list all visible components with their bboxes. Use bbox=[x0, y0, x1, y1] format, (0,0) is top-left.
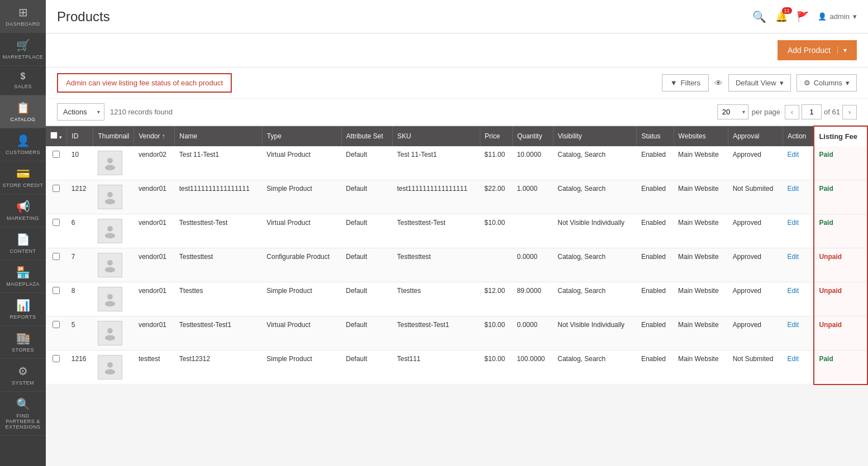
cell-sku: Test111 bbox=[393, 350, 480, 385]
listing-fee-unpaid: Unpaid bbox=[819, 287, 842, 295]
edit-link[interactable]: Edit bbox=[787, 321, 799, 329]
cell-action[interactable]: Edit bbox=[783, 282, 814, 316]
cell-name: Test12312 bbox=[175, 350, 263, 385]
per-page-wrapper: 20 50 100 ▾ per page bbox=[717, 104, 780, 119]
row-checkbox[interactable] bbox=[53, 355, 60, 362]
edit-link[interactable]: Edit bbox=[787, 151, 799, 158]
cell-thumbnail bbox=[93, 146, 134, 180]
listing-fee-paid: Paid bbox=[819, 219, 833, 227]
th-price: Price bbox=[480, 126, 512, 146]
per-page-label: per page bbox=[752, 108, 780, 116]
sidebar-item-marketplace[interactable]: 🛒 MARKETPLACE bbox=[0, 33, 46, 66]
cell-visibility: Catalog, Search bbox=[553, 350, 637, 385]
table-row: 10 vendor02 Test 11-Test1 Virtual Produc… bbox=[46, 146, 867, 180]
svg-point-10 bbox=[107, 328, 113, 334]
annotation-box: Admin can view listing fee status of eac… bbox=[57, 73, 232, 93]
cell-action[interactable]: Edit bbox=[783, 316, 814, 350]
cell-action[interactable]: Edit bbox=[783, 146, 814, 180]
row-checkbox[interactable] bbox=[53, 185, 60, 192]
cell-thumbnail bbox=[93, 316, 134, 350]
annotation-row: Admin can view listing fee status of eac… bbox=[46, 68, 868, 99]
sidebar-item-dashboard[interactable]: ⊞ DASHBOARD bbox=[0, 0, 46, 33]
sidebar-item-sales[interactable]: $ SALES bbox=[0, 66, 46, 95]
next-page-button[interactable]: › bbox=[842, 105, 857, 119]
per-page-select[interactable]: 20 50 100 bbox=[717, 104, 748, 119]
th-status: Status bbox=[637, 126, 674, 146]
grid-toolbar: Actions ▾ 1210 records found 20 50 100 ▾ bbox=[46, 99, 868, 126]
sidebar-item-mageplaza[interactable]: 🏪 MAGEPLAZA bbox=[0, 260, 46, 293]
columns-button[interactable]: ⚙ Columns ▾ bbox=[797, 74, 857, 92]
checkbox-dropdown-icon[interactable]: ▾ bbox=[59, 134, 62, 140]
cell-approval: Not Submited bbox=[728, 180, 783, 214]
sidebar-item-reports[interactable]: 📊 REPORTS bbox=[0, 293, 46, 326]
sidebar-item-stores[interactable]: 🏬 STORES bbox=[0, 326, 46, 359]
sidebar-item-store-credit[interactable]: 💳 STORE CREDIT bbox=[0, 161, 46, 194]
table-row: 6 vendor01 Testtesttest-Test Virtual Pro… bbox=[46, 214, 867, 248]
th-quantity: Quantity bbox=[512, 126, 553, 146]
store-credit-icon: 💳 bbox=[16, 167, 30, 180]
cell-thumbnail bbox=[93, 214, 134, 248]
sidebar-item-system[interactable]: ⚙ SYSTEM bbox=[0, 359, 46, 392]
select-all-checkbox[interactable] bbox=[50, 132, 58, 139]
cell-quantity: 1.0000 bbox=[512, 180, 553, 214]
edit-link[interactable]: Edit bbox=[787, 287, 799, 295]
th-name: Name bbox=[175, 126, 263, 146]
sidebar-item-customers[interactable]: 👤 CUSTOMERS bbox=[0, 128, 46, 161]
reports-icon: 📊 bbox=[16, 299, 30, 312]
sidebar-item-label: STORE CREDIT bbox=[3, 182, 44, 188]
default-view-button[interactable]: Default View ▾ bbox=[728, 74, 791, 92]
add-product-button[interactable]: Add Product ▾ bbox=[778, 40, 857, 60]
top-header: Products 🔍 🔔 11 🚩 👤 admin ▾ bbox=[46, 0, 868, 33]
cell-listing-fee: Unpaid bbox=[814, 248, 867, 282]
cell-status: Enabled bbox=[637, 146, 674, 180]
table-row: 8 vendor01 Ttesttes Simple Product Defau… bbox=[46, 282, 867, 316]
cell-websites: Main Website bbox=[674, 146, 728, 180]
listing-fee-unpaid: Unpaid bbox=[819, 321, 842, 329]
admin-dropdown-icon: ▾ bbox=[853, 12, 857, 21]
cell-id: 1212 bbox=[67, 180, 93, 214]
edit-link[interactable]: Edit bbox=[787, 185, 799, 193]
search-icon[interactable]: 🔍 bbox=[752, 10, 766, 23]
th-checkbox[interactable]: ▾ bbox=[46, 126, 67, 146]
row-checkbox-cell bbox=[46, 316, 67, 350]
cell-action[interactable]: Edit bbox=[783, 350, 814, 385]
prev-page-button[interactable]: ‹ bbox=[785, 105, 799, 119]
add-product-dropdown-icon[interactable]: ▾ bbox=[837, 46, 847, 54]
th-vendor[interactable]: Vendor ↑ bbox=[134, 126, 175, 146]
sidebar-item-find-partners[interactable]: 🔍 FIND PARTNERS & EXTENSIONS bbox=[0, 392, 46, 436]
row-checkbox[interactable] bbox=[53, 219, 60, 226]
cell-action[interactable]: Edit bbox=[783, 248, 814, 282]
cell-approval: Approved bbox=[728, 316, 783, 350]
table-header-row: ▾ ID Thumbnail Vendor ↑ Name Type Attrib… bbox=[46, 126, 867, 146]
cell-visibility: Catalog, Search bbox=[553, 180, 637, 214]
flag-icon[interactable]: 🚩 bbox=[797, 11, 809, 23]
row-checkbox[interactable] bbox=[53, 287, 60, 294]
edit-link[interactable]: Edit bbox=[787, 219, 799, 227]
notifications-icon[interactable]: 🔔 11 bbox=[775, 11, 788, 23]
edit-link[interactable]: Edit bbox=[787, 355, 799, 363]
edit-link[interactable]: Edit bbox=[787, 253, 799, 261]
cell-action[interactable]: Edit bbox=[783, 214, 814, 248]
cell-price: $11.00 bbox=[480, 146, 512, 180]
cell-visibility: Not Visible Individually bbox=[553, 316, 637, 350]
row-checkbox[interactable] bbox=[53, 151, 60, 158]
sidebar-item-catalog[interactable]: 📋 CATALOG bbox=[0, 95, 46, 128]
cell-websites: Main Website bbox=[674, 180, 728, 214]
system-icon: ⚙ bbox=[18, 364, 28, 378]
row-checkbox[interactable] bbox=[53, 253, 60, 260]
row-checkbox[interactable] bbox=[53, 321, 60, 328]
sidebar-item-content[interactable]: 📄 CONTENT bbox=[0, 227, 46, 260]
toolbar-right: ▼ Filters 👁 Default View ▾ ⚙ Columns ▾ bbox=[662, 74, 857, 92]
sidebar-item-marketing[interactable]: 📢 MARKETING bbox=[0, 194, 46, 227]
row-checkbox-cell bbox=[46, 248, 67, 282]
content-icon: 📄 bbox=[16, 233, 30, 246]
page-input[interactable] bbox=[802, 104, 822, 119]
cell-type: Simple Product bbox=[262, 282, 341, 316]
cell-id: 6 bbox=[67, 214, 93, 248]
cell-action[interactable]: Edit bbox=[783, 180, 814, 214]
admin-menu[interactable]: 👤 admin ▾ bbox=[818, 12, 857, 21]
actions-select[interactable]: Actions bbox=[57, 103, 104, 121]
filters-button[interactable]: ▼ Filters bbox=[662, 74, 709, 92]
cell-quantity: 0.0000 bbox=[512, 248, 553, 282]
page-title: Products bbox=[57, 9, 110, 25]
